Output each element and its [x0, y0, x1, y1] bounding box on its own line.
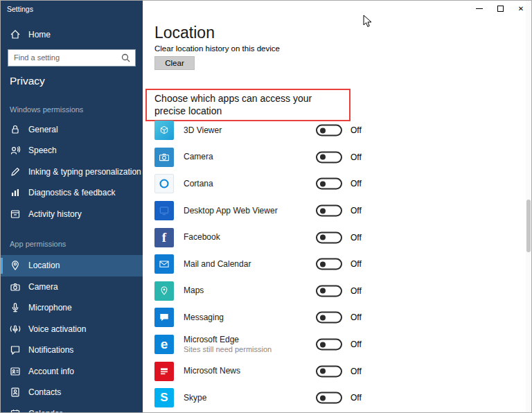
- toggle-maps[interactable]: [316, 285, 342, 297]
- sidebar-item-label: Activity history: [28, 209, 82, 219]
- toggle-knob: [320, 261, 326, 267]
- toggle-knob: [320, 181, 326, 186]
- calendar-icon: [10, 408, 21, 412]
- minimize-button[interactable]: [469, 1, 490, 17]
- cortana-icon: [154, 174, 174, 193]
- app-row-facebook: f Facebook Off: [154, 224, 517, 251]
- maps-icon: [154, 281, 174, 301]
- app-name: Maps: [184, 285, 204, 296]
- toggle-facebook[interactable]: [316, 231, 342, 243]
- app-row-3d-viewer: 3D Viewer Off: [154, 117, 517, 144]
- toggle-messaging[interactable]: [316, 312, 342, 324]
- microphone-icon: [10, 302, 21, 313]
- sidebar-item-label: Voice activation: [28, 324, 86, 334]
- toggle-state: Off: [351, 367, 362, 376]
- toggle-knob: [320, 288, 326, 294]
- app-row-skype: S Skype Off: [154, 385, 517, 412]
- app-name: Cortana: [184, 179, 213, 189]
- toggle-mail-and-calendar[interactable]: [316, 258, 342, 270]
- sidebar-item-diagnostics[interactable]: Diagnostics & feedback: [1, 182, 143, 204]
- clear-button[interactable]: Clear: [154, 56, 195, 70]
- apps-section-heading: Choose which apps can access your precis…: [147, 90, 349, 120]
- sidebar-item-notifications[interactable]: Notifications: [1, 340, 143, 361]
- sidebar-item-account-info[interactable]: Account info: [1, 361, 143, 383]
- toggle-knob: [320, 369, 326, 374]
- toggle-knob: [320, 155, 326, 160]
- desktop-app-web-viewer-icon: [154, 201, 174, 220]
- app-text: Microsoft Edge Sites still need permissi…: [184, 335, 272, 355]
- sidebar-item-activity-history[interactable]: Activity history: [1, 204, 143, 225]
- maximize-button[interactable]: [490, 1, 511, 17]
- app-name: Desktop App Web Viewer: [184, 206, 278, 216]
- sidebar-item-location[interactable]: Location: [1, 255, 143, 276]
- toggle-state: Off: [351, 206, 362, 216]
- sidebar-item-inking[interactable]: Inking & typing personalization: [1, 161, 143, 183]
- toggle-3d-viewer[interactable]: [316, 125, 342, 137]
- sidebar-item-label: Notifications: [28, 345, 73, 355]
- sidebar-content: Home Privacy Windows permissions General: [1, 17, 143, 412]
- sidebar-item-contacts[interactable]: Contacts: [1, 382, 143, 403]
- location-icon: [10, 260, 21, 271]
- app-permission-list: 3D Viewer Off Camera Off Cortana Off: [154, 117, 517, 412]
- toggle-state: Off: [351, 233, 362, 243]
- search-input[interactable]: [8, 50, 135, 66]
- sidebar-item-home[interactable]: Home: [1, 24, 143, 46]
- sidebar-section-title: Privacy: [10, 75, 143, 87]
- app-subtitle: Sites still need permission: [184, 345, 272, 355]
- 3d-viewer-icon: [154, 121, 174, 140]
- toggle-camera[interactable]: [316, 151, 342, 163]
- sidebar-item-microphone[interactable]: Microphone: [1, 297, 143, 319]
- toggle-microsoft-news[interactable]: [316, 365, 342, 377]
- activity-history-icon: [10, 209, 21, 220]
- app-row-desktop-app-web-viewer: Desktop App Web Viewer Off: [154, 197, 517, 225]
- sidebar-item-general[interactable]: General: [1, 119, 143, 141]
- app-row-microsoft-news: Microsoft News Off: [154, 358, 517, 385]
- toggle-knob: [320, 342, 326, 347]
- sidebar-item-camera[interactable]: Camera: [1, 276, 143, 298]
- sidebar-item-label: General: [28, 125, 58, 134]
- toggle-knob: [320, 208, 326, 213]
- account-info-icon: [10, 366, 21, 377]
- toggle-skype[interactable]: [316, 392, 342, 404]
- app-name: Messaging: [184, 313, 224, 323]
- app-text: Microsoft News: [184, 366, 240, 376]
- minimize-icon: [476, 8, 483, 9]
- window-controls: ✕: [469, 1, 531, 17]
- toggle-knob: [320, 235, 326, 240]
- scrollbar[interactable]: [526, 1, 531, 412]
- sidebar-item-label: Account info: [28, 367, 74, 376]
- app-name: Camera: [184, 152, 213, 162]
- app-name: Skype: [184, 393, 206, 403]
- group-label-windows-permissions: Windows permissions: [10, 105, 143, 114]
- sidebar-item-voice-activation[interactable]: Voice activation: [1, 319, 143, 340]
- toggle-microsoft-edge[interactable]: [316, 339, 342, 351]
- sidebar-item-label: Speech: [28, 146, 57, 155]
- toggle-knob: [320, 315, 326, 320]
- sidebar-item-speech[interactable]: Speech: [1, 140, 143, 161]
- camera-app-icon: [154, 148, 174, 167]
- app-row-microsoft-edge: e Microsoft Edge Sites still need permis…: [154, 331, 517, 358]
- app-row-maps: Maps Off: [154, 278, 517, 305]
- app-name: Mail and Calendar: [184, 259, 251, 270]
- sidebar-item-label: Contacts: [28, 387, 61, 397]
- toggle-state: Off: [351, 152, 362, 162]
- toggle-desktop-app-web-viewer[interactable]: [316, 205, 342, 217]
- app-text: Skype: [184, 393, 206, 403]
- app-row-cortana: Cortana Off: [154, 170, 517, 197]
- search-icon[interactable]: [121, 53, 132, 64]
- toggle-cortana[interactable]: [316, 178, 342, 190]
- app-row-mail-and-calendar: Mail and Calendar Off: [154, 251, 517, 278]
- toggle-state: Off: [351, 179, 362, 188]
- news-icon: [154, 362, 174, 381]
- clear-history-description: Clear location history on this device: [154, 44, 280, 53]
- toggle-state: Off: [351, 125, 362, 135]
- app-row-messaging: Messaging Off: [154, 304, 517, 331]
- toggle-state: Off: [351, 340, 362, 349]
- maximize-icon: [497, 6, 504, 12]
- sidebar-item-calendar[interactable]: Calendar: [1, 403, 143, 413]
- edge-glyph: e: [161, 337, 168, 352]
- sidebar-item-label: Microphone: [28, 303, 72, 313]
- scrollbar-thumb[interactable]: [526, 200, 531, 252]
- close-icon: ✕: [518, 5, 524, 12]
- skype-glyph: S: [160, 391, 168, 405]
